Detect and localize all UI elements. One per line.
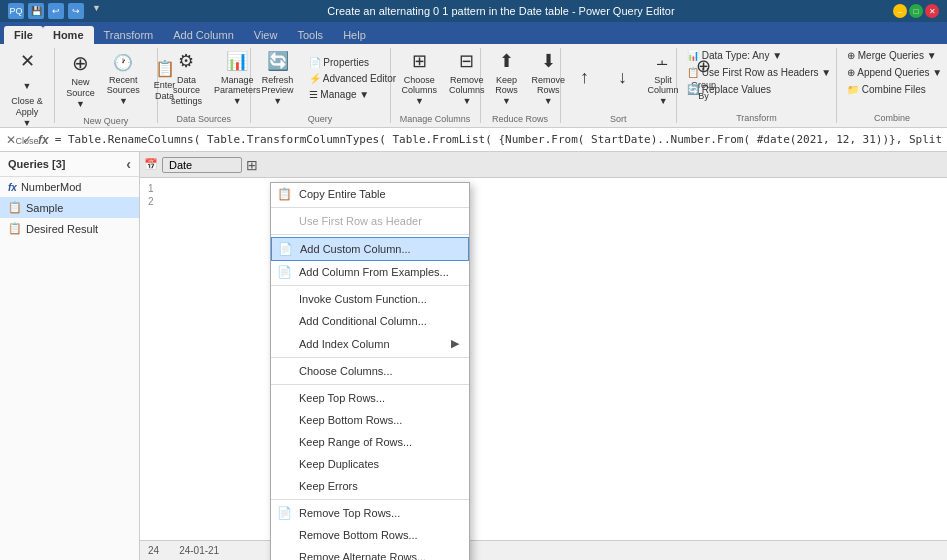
refresh-preview-button[interactable]: 🔄 RefreshPreview ▼ (257, 48, 299, 110)
redo-icon[interactable]: ↪ (68, 3, 84, 19)
manage-button[interactable]: ☰ Manage ▼ (305, 87, 401, 102)
formula-accept-icon[interactable]: ✓ (20, 131, 34, 149)
keep-errors-label: Keep Errors (299, 480, 358, 492)
menu-sep-4 (271, 357, 469, 358)
data-source-settings-label: Data sourcesettings (169, 75, 204, 107)
menu-sep-1 (271, 207, 469, 208)
close-apply-button[interactable]: ✕▼ Close &Apply ▼ (6, 48, 48, 132)
query-sample-icon: 📋 (8, 201, 22, 214)
menu-item-use-first-row[interactable]: Use First Row as Header (271, 210, 469, 232)
menu-item-remove-alternate-rows[interactable]: Remove Alternate Rows... (271, 546, 469, 560)
queries-collapse-icon[interactable]: ‹ (126, 156, 131, 172)
merge-queries-button[interactable]: ⊕ Merge Queries ▼ (843, 48, 941, 63)
menu-item-keep-errors[interactable]: Keep Errors (271, 475, 469, 497)
main-area: Queries [3] ‹ fx NumberMod 📋 Sample 📋 De… (0, 152, 947, 560)
data-source-settings-button[interactable]: ⚙ Data sourcesettings (164, 48, 209, 110)
ribbon: ✕▼ Close &Apply ▼ Close ⊕ NewSource ▼ 🕐 … (0, 44, 947, 128)
title-bar: PQ 💾 ↩ ↪ ▼ Create an alternating 0 1 pat… (0, 0, 947, 22)
save-icon[interactable]: 💾 (28, 3, 44, 19)
menu-item-invoke-custom-function[interactable]: Invoke Custom Function... (271, 288, 469, 310)
close-apply-label: Close &Apply ▼ (11, 96, 43, 128)
context-menu: 📋 Copy Entire Table Use First Row as Hea… (270, 182, 470, 560)
advanced-editor-button[interactable]: ⚡ Advanced Editor (305, 71, 401, 86)
sort-asc-icon: ↑ (580, 67, 589, 89)
choose-columns-label: ChooseColumns ▼ (402, 75, 438, 107)
menu-item-remove-top-rows[interactable]: 📄 Remove Top Rows... (271, 502, 469, 524)
query-numbermod-label: NumberMod (21, 181, 82, 193)
menu-item-keep-top-rows[interactable]: Keep Top Rows... (271, 387, 469, 409)
menu-sep-3 (271, 285, 469, 286)
tab-add-column[interactable]: Add Column (163, 26, 244, 44)
remove-rows-icon: ⬇ (541, 51, 556, 73)
add-custom-column-label: Add Custom Column... (300, 243, 411, 255)
sort-desc-icon: ↓ (618, 67, 627, 89)
minimize-button[interactable]: – (893, 4, 907, 18)
add-index-column-label: Add Index Column (299, 338, 390, 350)
tab-home[interactable]: Home (43, 26, 94, 44)
menu-item-keep-range-of-rows[interactable]: Keep Range of Rows... (271, 431, 469, 453)
new-source-label: NewSource ▼ (66, 77, 95, 109)
choose-columns-icon: ⊞ (412, 51, 427, 73)
tab-file[interactable]: File (4, 26, 43, 44)
new-source-button[interactable]: ⊕ NewSource ▼ (61, 48, 100, 112)
menu-item-copy-table[interactable]: 📋 Copy Entire Table (271, 183, 469, 205)
queries-title: Queries [3] (8, 158, 65, 170)
use-first-row-button[interactable]: 📋 Use First Row as Headers ▼ (683, 65, 835, 80)
keep-rows-label: KeepRows ▼ (492, 75, 522, 107)
tab-transform[interactable]: Transform (94, 26, 164, 44)
ribbon-tabs: File Home Transform Add Column View Tool… (0, 22, 947, 44)
menu-item-keep-bottom-rows[interactable]: Keep Bottom Rows... (271, 409, 469, 431)
queries-panel: Queries [3] ‹ fx NumberMod 📋 Sample 📋 De… (0, 152, 140, 560)
menu-item-remove-bottom-rows[interactable]: Remove Bottom Rows... (271, 524, 469, 546)
ribbon-group-combine: ⊕ Merge Queries ▼ ⊕ Append Queries ▼ 📁 C… (837, 48, 947, 123)
context-menu-overlay[interactable]: 📋 Copy Entire Table Use First Row as Hea… (140, 152, 947, 560)
remove-top-rows-icon: 📄 (277, 506, 292, 520)
keep-range-of-rows-label: Keep Range of Rows... (299, 436, 412, 448)
choose-columns-button[interactable]: ⊞ ChooseColumns ▼ (397, 48, 443, 110)
combine-group-title: Combine (843, 109, 941, 123)
query-item-numbermod[interactable]: fx NumberMod (0, 177, 139, 197)
properties-button[interactable]: 📄 Properties (305, 55, 401, 70)
formula-input[interactable] (55, 133, 943, 146)
tab-help[interactable]: Help (333, 26, 376, 44)
menu-item-add-column-examples[interactable]: 📄 Add Column From Examples... (271, 261, 469, 283)
data-type-button[interactable]: 📊 Data Type: Any ▼ (683, 48, 786, 63)
ribbon-group-sort: ↑ ↓ ⫠ SplitColumn ▼ ⊕ GroupBy Sort (561, 48, 677, 123)
query-item-sample[interactable]: 📋 Sample (0, 197, 139, 218)
query-item-desired-result[interactable]: 📋 Desired Result (0, 218, 139, 239)
menu-item-add-conditional-column[interactable]: Add Conditional Column... (271, 310, 469, 332)
formula-fx-icon[interactable]: fx (36, 131, 51, 149)
close-buttons: ✕▼ Close &Apply ▼ (6, 48, 48, 132)
recent-sources-button[interactable]: 🕐 RecentSources ▼ (102, 50, 144, 110)
manage-columns-buttons: ⊞ ChooseColumns ▼ ⊟ RemoveColumns ▼ (397, 48, 490, 110)
keep-rows-button[interactable]: ⬆ KeepRows ▼ (487, 48, 527, 110)
query-buttons: 🔄 RefreshPreview ▼ 📄 Properties ⚡ Advanc… (257, 48, 401, 110)
add-col-examples-icon: 📄 (277, 265, 292, 279)
combine-buttons: ⊕ Merge Queries ▼ ⊕ Append Queries ▼ 📁 C… (843, 48, 946, 109)
tab-view[interactable]: View (244, 26, 288, 44)
transform-group-title: Transform (683, 109, 830, 123)
replace-values-button[interactable]: 🔄 Replace Values (683, 82, 775, 97)
recent-sources-label: RecentSources ▼ (107, 75, 140, 107)
menu-item-add-custom-column[interactable]: 📄 Add Custom Column... (271, 237, 469, 261)
sort-desc-button[interactable]: ↓ (605, 64, 641, 94)
copy-table-icon: 📋 (277, 187, 292, 201)
index-column-arrow-icon: ▶ (451, 337, 459, 350)
menu-item-choose-columns[interactable]: Choose Columns... (271, 360, 469, 382)
choose-columns-menu-label: Choose Columns... (299, 365, 393, 377)
combine-files-button[interactable]: 📁 Combine Files (843, 82, 930, 97)
close-button[interactable]: ✕ (925, 4, 939, 18)
formula-reject-icon[interactable]: ✕ (4, 131, 18, 149)
menu-item-keep-duplicates[interactable]: Keep Duplicates (271, 453, 469, 475)
menu-item-add-index-column[interactable]: Add Index Column ▶ (271, 332, 469, 355)
append-queries-button[interactable]: ⊕ Append Queries ▼ (843, 65, 946, 80)
new-query-title: New Query (61, 112, 151, 126)
split-column-icon: ⫠ (654, 51, 672, 73)
refresh-preview-label: RefreshPreview ▼ (262, 75, 294, 107)
sort-asc-button[interactable]: ↑ (567, 64, 603, 94)
maximize-button[interactable]: □ (909, 4, 923, 18)
undo-icon[interactable]: ↩ (48, 3, 64, 19)
tab-tools[interactable]: Tools (287, 26, 333, 44)
add-custom-col-icon: 📄 (278, 242, 293, 256)
close-apply-icon: ✕▼ (20, 51, 35, 94)
